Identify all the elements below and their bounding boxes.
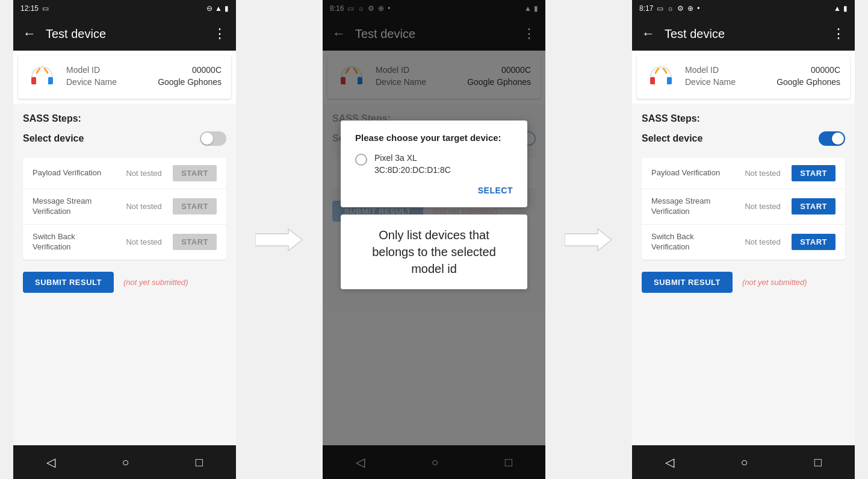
phone3: 8:17 ▭ ☼ ⚙ ⊕ • ▲ ▮ ← Test device ⋮ [632,0,855,479]
phone3-time: 8:17 [639,4,653,13]
phone3-toggle-knob [832,133,844,145]
phone3-status-left: 8:17 ▭ ☼ ⚙ ⊕ • [639,4,700,13]
phone3-device-card: Model ID 00000C Device Name Google Gphon… [637,55,850,99]
phone2-overlay: Please choose your target device: Pixel … [323,0,545,479]
phone2-wrapper: 8:16 ▭ ☼ ⚙ ⊕ • ▲ ▮ ← Test device ⋮ [309,0,559,479]
phone2-dialog-title: Please choose your target device: [355,133,513,143]
phone2-radio-icon[interactable] [355,154,367,166]
phone1-time: 12:15 [20,4,39,13]
phone1-status-left: 12:15 ▭ [20,4,49,13]
phone1-model-id-label: Model ID [66,65,100,75]
arrow1-wrapper [249,0,309,479]
phone2-device-name: Pixel 3a XL [374,152,451,164]
phone1-wifi-icon: ▲ [215,4,222,13]
phone1-device-info: Model ID 00000C Device Name Google Gphon… [66,65,222,89]
phone3-status-icon4: ⊕ [687,4,693,13]
phone1-step1-name: Payload Verification [33,168,115,178]
phone1-select-device-row: Select device [23,131,226,146]
phone3-step2-start-button[interactable]: START [792,198,835,214]
phone1: 12:15 ▭ ⊖ ▲ ▮ ← Test device ⋮ [13,0,236,479]
phone1-submit-row: SUBMIT RESULT (not yet submitted) [23,267,226,298]
phone1-step2-start-button[interactable]: START [173,198,217,214]
phone3-device-name-row: Device Name Google Gphones [685,77,840,87]
svg-marker-0 [255,229,302,251]
arrow1-icon [255,228,303,252]
phone3-sass-title: SASS Steps: [642,113,845,124]
phone1-select-device-label: Select device [23,133,84,144]
phone3-select-device-label: Select device [642,133,702,144]
phone1-back-nav-icon[interactable]: ◁ [46,455,55,469]
table-row: Message Stream Verification Not tested S… [642,189,845,225]
phone1-step3-status: Not tested [120,237,168,246]
phone3-app-title: Test device [665,27,822,41]
arrow2-wrapper [559,0,619,479]
phone1-device-name-row: Device Name Google Gphones [66,77,222,87]
phone1-step2-status: Not tested [120,202,168,211]
phone2: 8:16 ▭ ☼ ⚙ ⊕ • ▲ ▮ ← Test device ⋮ [323,0,545,479]
phone2-device-id: 3C:8D:20:DC:D1:8C [374,164,451,177]
phone2-tooltip: Only list devices that belongs to the se… [341,214,527,289]
svg-marker-1 [565,229,612,251]
arrow2-icon [565,228,613,252]
phone2-select-button[interactable]: SELECT [478,186,513,195]
phone3-step3-start-button[interactable]: START [792,234,835,250]
phone3-device-info: Model ID 00000C Device Name Google Gphon… [685,65,840,89]
phone3-test-steps: Payload Verification Not tested START Me… [642,158,845,260]
phone1-home-nav-icon[interactable]: ○ [122,456,129,469]
phone3-dot: • [697,4,699,13]
phone2-tooltip-text: Only list devices that belongs to the se… [372,228,496,275]
phone1-device-icon [28,63,57,92]
phone3-select-device-row: Select device [642,131,845,146]
phone3-model-id-value: 00000C [811,65,840,75]
phone1-nav-bar: ◁ ○ □ [13,445,236,479]
table-row: Payload Verification Not tested START [642,158,845,189]
phone1-battery-icon: ⊖ [206,4,212,13]
phone1-step3-name: Switch Back Verification [33,232,115,252]
table-row: Switch Back Verification Not tested STAR… [23,225,226,260]
phone1-menu-button[interactable]: ⋮ [213,26,226,42]
phone3-model-id-label: Model ID [685,65,719,75]
phone1-back-button[interactable]: ← [23,26,36,42]
phone1-step1-start-button[interactable]: START [173,165,217,181]
phone3-app-bar: ← Test device ⋮ [632,17,855,51]
phone1-device-card: Model ID 00000C Device Name Google Gphon… [18,55,231,99]
phone3-status-icon: ▭ [657,4,663,13]
phone1-device-name-value: Google Gphones [158,77,222,87]
phone3-submit-row: SUBMIT RESULT (not yet submitted) [642,267,845,298]
phone1-recents-nav-icon[interactable]: □ [196,456,203,469]
phone3-back-button[interactable]: ← [642,26,655,42]
phone1-step2-name: Message Stream Verification [33,196,115,217]
phone3-app-content: SASS Steps: Select device Payload Verifi… [632,104,855,445]
phone1-toggle[interactable] [200,131,226,146]
phone3-recents-nav-icon[interactable]: □ [814,456,822,469]
phone3-step1-start-button[interactable]: START [792,165,835,181]
phone3-wrapper: 8:17 ▭ ☼ ⚙ ⊕ • ▲ ▮ ← Test device ⋮ [619,0,868,479]
phone3-home-nav-icon[interactable]: ○ [740,456,748,469]
phone1-not-submitted-label: (not yet submitted) [123,278,188,287]
phone3-step1-name: Payload Verification [651,168,734,178]
phone3-step2-status: Not tested [739,202,787,211]
phone2-option-text: Pixel 3a XL 3C:8D:20:DC:D1:8C [374,152,451,176]
phone3-menu-button[interactable]: ⋮ [832,26,845,42]
phone3-step3-name: Switch Back Verification [651,232,734,252]
phone1-step3-start-button[interactable]: START [173,234,217,250]
phone3-step1-status: Not tested [739,169,787,178]
phone3-device-name-value: Google Gphones [777,77,840,87]
phone1-app-bar: ← Test device ⋮ [13,17,236,51]
phone2-dialog-actions: SELECT [355,186,513,195]
phone1-status-right: ⊖ ▲ ▮ [206,4,229,13]
phone3-status-bar: 8:17 ▭ ☼ ⚙ ⊕ • ▲ ▮ [632,0,855,17]
phone3-submit-button[interactable]: SUBMIT RESULT [642,272,733,293]
phone1-submit-button[interactable]: SUBMIT RESULT [23,272,114,293]
phone3-toggle[interactable] [819,131,845,146]
phone3-device-name-label: Device Name [685,77,736,87]
phone3-status-icon3: ⚙ [677,4,684,13]
table-row: Payload Verification Not tested START [23,158,226,189]
phone1-status-icon1: ▭ [42,4,49,13]
phone3-not-submitted-label: (not yet submitted) [742,278,807,287]
phone1-model-id-row: Model ID 00000C [66,65,222,75]
phone1-battery2-icon: ▮ [225,4,229,13]
phone3-step2-name: Message Stream Verification [651,196,734,217]
phone3-status-right: ▲ ▮ [834,4,848,13]
phone3-back-nav-icon[interactable]: ◁ [665,455,674,469]
